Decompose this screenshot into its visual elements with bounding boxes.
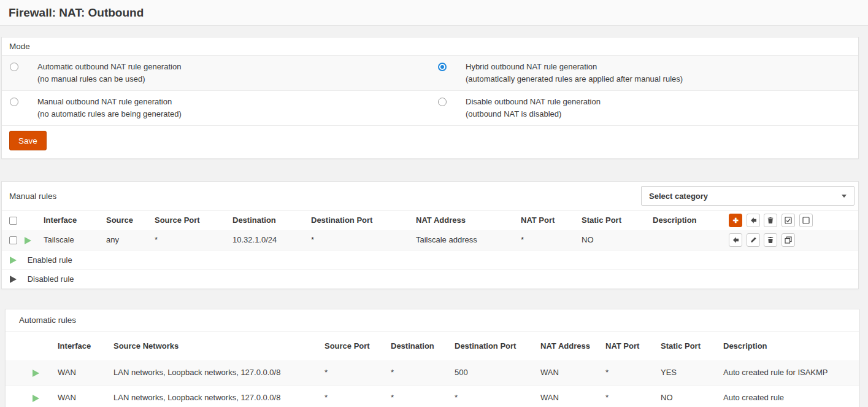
mode-option-disable[interactable]: Disable outbound NAT rule generation (ou… <box>430 91 858 125</box>
legend-enabled-row: Enabled rule <box>2 250 858 270</box>
cell-nat-address: Tailscale address <box>413 230 518 250</box>
cell-source-port: * <box>322 386 388 407</box>
disabled-rule-legend-icon <box>10 276 17 283</box>
mode-option-manual-note: (no automatic rules are being generated) <box>37 108 182 120</box>
cell-interface: WAN <box>55 386 111 407</box>
mode-option-manual[interactable]: Manual outbound NAT rule generation (no … <box>2 91 430 125</box>
radio-disable[interactable] <box>438 98 447 106</box>
col-interface: Interface <box>41 211 104 230</box>
col-destination: Destination <box>388 332 452 360</box>
col-source-port: Source Port <box>322 332 388 360</box>
col-description: Description <box>721 332 859 360</box>
add-rule-button[interactable]: ✚ <box>729 214 742 227</box>
clone-rule-button[interactable] <box>782 233 795 247</box>
page-header: Firewall: NAT: Outbound <box>0 0 868 26</box>
category-select-value: Select category <box>649 192 708 201</box>
enable-selected-button[interactable] <box>782 214 795 227</box>
cell-static-port: NO <box>658 386 721 407</box>
category-select[interactable]: Select category <box>641 186 855 206</box>
mode-row-2: Manual outbound NAT rule generation (no … <box>2 91 858 126</box>
automatic-rule-row: WAN LAN networks, Loopback networks, 127… <box>6 360 859 386</box>
radio-hybrid[interactable] <box>438 63 447 71</box>
col-description: Description <box>650 211 726 230</box>
cell-static-port: NO <box>579 230 650 250</box>
mode-option-automatic[interactable]: Automatic outbound NAT rule generation (… <box>2 56 430 90</box>
row-checkbox[interactable] <box>9 236 17 244</box>
col-interface: Interface <box>55 332 111 360</box>
plus-icon: ✚ <box>732 217 738 224</box>
cell-destination: 10.32.1.0/24 <box>230 230 309 250</box>
col-nat-port: NAT Port <box>518 211 579 230</box>
cell-description: Auto created rule <box>721 386 859 407</box>
enabled-rule-icon <box>33 395 39 402</box>
enabled-rule-icon <box>33 370 39 377</box>
manual-rules-panel: Manual rules Select category Interface S… <box>1 181 859 289</box>
arrow-left-icon <box>732 236 739 244</box>
cell-nat-address: WAN <box>538 386 603 407</box>
radio-manual[interactable] <box>10 98 18 106</box>
enabled-rule-icon[interactable] <box>25 237 31 244</box>
disabled-rule-legend-label: Disabled rule <box>28 274 74 284</box>
cell-source-port: * <box>152 230 230 250</box>
col-destination: Destination <box>230 211 309 230</box>
mode-option-hybrid-label: Hybrid outbound NAT rule generation <box>466 61 683 73</box>
select-all-checkbox[interactable] <box>9 217 17 225</box>
col-destination-port: Destination Port <box>452 332 538 360</box>
enabled-rule-legend-icon <box>10 257 17 264</box>
trash-icon <box>767 217 774 224</box>
delete-selected-button[interactable] <box>764 214 777 227</box>
cell-interface: Tailscale <box>41 230 104 250</box>
move-rule-button[interactable] <box>729 233 742 247</box>
cell-description: Auto created rule for ISAKMP <box>721 360 859 386</box>
content: Mode Automatic outbound NAT rule generat… <box>0 26 868 407</box>
automatic-rules-table: Interface Source Networks Source Port De… <box>6 332 859 407</box>
col-nat-address: NAT Address <box>413 211 518 230</box>
move-selected-button[interactable] <box>747 214 760 227</box>
pencil-icon <box>750 236 757 244</box>
cell-source-port: * <box>322 360 388 386</box>
cell-destination-port: * <box>309 230 413 250</box>
cell-nat-port: * <box>603 386 658 407</box>
mode-option-hybrid[interactable]: Hybrid outbound NAT rule generation (aut… <box>430 56 858 90</box>
cell-source: any <box>104 230 152 250</box>
manual-rules-title: Manual rules <box>9 192 56 201</box>
edit-rule-button[interactable] <box>747 233 760 247</box>
delete-rule-button[interactable] <box>764 233 777 247</box>
cell-source-networks: LAN networks, Loopback networks, 127.0.0… <box>111 360 322 386</box>
copy-icon <box>785 236 792 244</box>
cell-nat-port: * <box>518 230 579 250</box>
arrow-left-icon <box>750 217 757 224</box>
col-source: Source <box>104 211 152 230</box>
empty-square-icon <box>802 217 810 224</box>
automatic-rule-row: WAN LAN networks, Loopback networks, 127… <box>6 386 859 407</box>
save-row: Save <box>2 126 858 158</box>
automatic-rules-title: Automatic rules <box>6 309 859 332</box>
manual-rule-row: Tailscale any * 10.32.1.0/24 * Tailscale… <box>2 230 858 250</box>
mode-panel-title: Mode <box>2 37 858 56</box>
cell-destination-port: * <box>452 386 538 407</box>
cell-destination: * <box>388 360 452 386</box>
mode-panel: Mode Automatic outbound NAT rule generat… <box>1 37 859 159</box>
cell-interface: WAN <box>55 360 111 386</box>
enabled-rule-legend-label: Enabled rule <box>28 255 72 265</box>
save-button[interactable]: Save <box>9 131 47 150</box>
automatic-rules-panel: Automatic rules Interface Source Network… <box>5 309 859 407</box>
disable-selected-button[interactable] <box>799 214 813 227</box>
mode-option-manual-label: Manual outbound NAT rule generation <box>37 96 182 108</box>
radio-automatic[interactable] <box>10 63 18 71</box>
col-static-port: Static Port <box>579 211 650 230</box>
automatic-table-header-row: Interface Source Networks Source Port De… <box>6 332 859 360</box>
col-source-networks: Source Networks <box>111 332 322 360</box>
cell-destination: * <box>388 386 452 407</box>
col-nat-port: NAT Port <box>603 332 658 360</box>
mode-option-automatic-label: Automatic outbound NAT rule generation <box>37 61 181 73</box>
mode-row-1: Automatic outbound NAT rule generation (… <box>2 56 858 91</box>
mode-option-disable-note: (outbound NAT is disabled) <box>466 108 601 120</box>
manual-table-header-row: Interface Source Source Port Destination… <box>2 211 858 230</box>
mode-option-hybrid-note: (automatically generated rules are appli… <box>466 73 683 85</box>
cell-nat-port: * <box>603 360 658 386</box>
col-static-port: Static Port <box>658 332 721 360</box>
mode-option-automatic-note: (no manual rules can be used) <box>37 73 181 85</box>
col-nat-address: NAT Address <box>538 332 603 360</box>
col-source-port: Source Port <box>152 211 230 230</box>
